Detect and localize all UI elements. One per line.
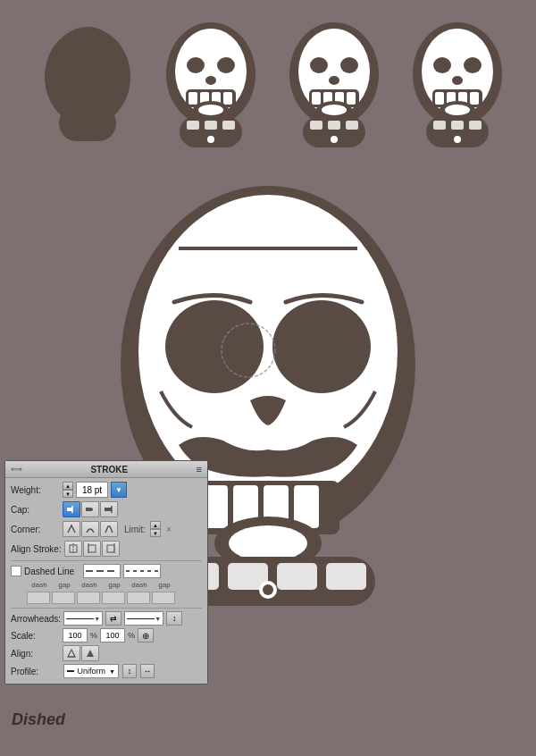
corner-label: Corner: [11,525,60,534]
svg-point-14 [198,105,223,115]
svg-rect-51 [451,121,464,130]
svg-rect-74 [67,508,72,511]
dashed-pattern-2[interactable] [123,564,161,578]
cap-label: Cap: [11,505,60,515]
stroke-panel-menu-icon[interactable]: ≡ [197,464,202,475]
thumb-1[interactable] [34,16,141,159]
limit-spinners[interactable]: ▲ ▼ [150,521,161,537]
arrowhead-end-chevron: ▼ [155,616,161,622]
arrowhead-start-chevron: ▼ [94,616,100,622]
weight-dropdown[interactable]: ▼ [111,482,127,498]
limit-close-icon[interactable]: × [166,525,172,534]
dash-input-3[interactable] [127,592,150,604]
cap-row: Cap: [11,501,202,517]
stroke-panel-header[interactable]: ⟺ STROKE ≡ [5,461,207,478]
svg-rect-12 [223,92,232,105]
align-outside-btn[interactable] [102,541,120,557]
svg-point-40 [464,57,482,73]
arrowhead-start-select[interactable]: ▼ [63,611,103,626]
svg-rect-70 [326,563,366,590]
align-inside-btn[interactable] [83,541,101,557]
profile-flip-h-btn[interactable]: ↔ [140,664,155,678]
limit-down[interactable]: ▼ [150,529,161,537]
scale-link-btn[interactable]: ⊕ [138,628,154,643]
arrowhead-extra-btn[interactable]: ↕ [166,611,182,626]
profile-row: Profile: Uniform ▼ ↕ ↔ [11,664,202,678]
align-row: Align: [11,645,202,661]
dash-input-1[interactable] [27,592,50,604]
svg-point-31 [322,105,347,115]
dash-label-1: dash [27,581,52,589]
svg-rect-83 [107,545,114,552]
dashed-checkbox[interactable] [11,566,21,576]
align-stroke-row: Align Stroke: [11,541,202,557]
svg-rect-26 [312,92,321,105]
svg-point-39 [433,57,451,73]
align-btn-1[interactable] [63,645,80,661]
weight-spinners[interactable]: ▲ ▼ [63,482,73,498]
align-btn-2[interactable] [81,645,99,661]
limit-up[interactable]: ▲ [150,521,161,529]
dash-input-2[interactable] [77,592,100,604]
gap-input-1[interactable] [52,592,75,604]
gap-input-2[interactable] [102,592,125,604]
cap-projecting-btn[interactable] [100,501,118,517]
svg-marker-89 [87,650,94,657]
stroke-panel-title: STROKE [90,465,128,475]
thumb-4[interactable] [404,16,511,159]
svg-rect-33 [310,121,322,130]
scale-x-input[interactable] [63,628,88,643]
svg-point-58 [272,300,371,393]
thumbnail-row [0,0,536,159]
stroke-panel: ⟺ STROKE ≡ Weight: ▲ ▼ ▼ Cap: [4,460,208,685]
weight-up-arrow[interactable]: ▲ [63,482,73,490]
scale-row: Scale: % % ⊕ [11,628,202,643]
corner-miter-btn[interactable] [63,521,80,537]
dashed-pattern-1[interactable] [83,564,121,578]
stroke-panel-body: Weight: ▲ ▼ ▼ Cap: [5,478,207,684]
corner-round-btn[interactable] [81,521,99,537]
thumb-2[interactable] [157,16,264,159]
separator-2 [11,608,202,609]
align-center-btn[interactable] [64,541,82,557]
profile-chevron: ▼ [109,668,115,675]
dashed-labels-row: dash gap dash gap dash gap [11,581,202,589]
profile-flip-v-btn[interactable]: ↕ [122,664,137,678]
stroke-panel-drag-handle: ⟺ [11,465,22,474]
dashed-checkbox-area[interactable]: Dashed Line [11,566,74,576]
svg-point-7 [205,76,216,85]
align-stroke-label: Align Stroke: [11,544,62,554]
profile-select[interactable]: Uniform ▼ [63,664,119,678]
corner-bevel-btn[interactable] [100,521,118,537]
gap-label-2: gap [102,581,127,589]
svg-rect-18 [222,121,235,130]
scale-label: Scale: [11,631,60,641]
cap-round-btn[interactable] [81,501,99,517]
arrowheads-row: Arrowheads: ▼ ⇄ ▼ ↕ [11,611,202,626]
weight-input[interactable] [76,482,108,498]
svg-rect-9 [188,92,197,105]
svg-point-5 [187,57,205,73]
align-buttons [63,645,99,661]
svg-point-53 [454,136,461,143]
arrowhead-swap-btn[interactable]: ⇄ [105,611,121,626]
arrowheads-label: Arrowheads: [11,614,61,624]
thumb-3[interactable] [281,16,388,159]
scale-x-unit: % [90,631,97,640]
profile-label: Profile: [11,667,60,676]
svg-point-6 [217,57,235,73]
svg-rect-35 [346,121,358,130]
svg-point-1 [50,27,125,113]
gap-input-3[interactable] [152,592,175,604]
align-label: Align: [11,649,60,659]
svg-rect-76 [86,508,90,511]
gap-label-1: gap [52,581,77,589]
cap-butt-btn[interactable] [63,501,80,517]
cap-buttons [63,501,118,517]
scale-y-input[interactable] [100,628,125,643]
svg-marker-87 [68,650,75,657]
svg-point-23 [340,57,358,73]
weight-down-arrow[interactable]: ▼ [63,490,73,498]
arrowhead-end-select[interactable]: ▼ [124,611,163,626]
svg-point-72 [263,584,273,595]
